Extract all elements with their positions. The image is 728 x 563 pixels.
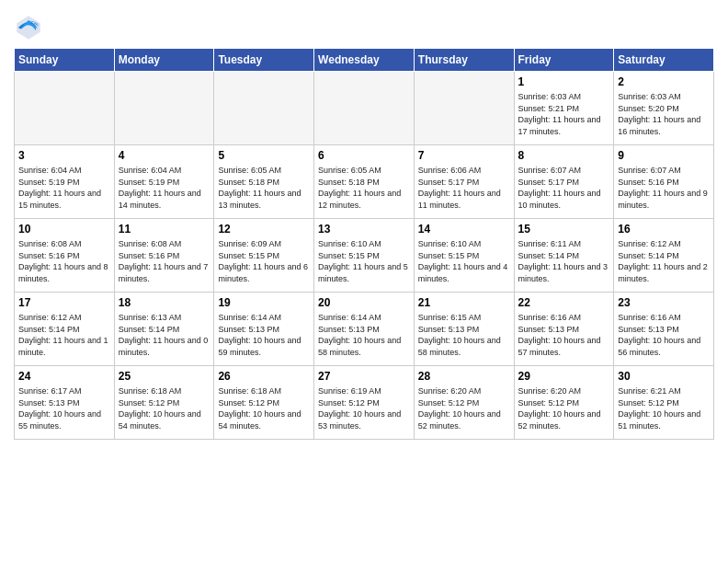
day-info: Sunrise: 6:15 AMSunset: 5:13 PMDaylight:… [418,312,510,358]
day-number: 10 [18,222,110,236]
calendar-cell: 6Sunrise: 6:05 AMSunset: 5:18 PMDaylight… [314,145,415,219]
day-info: Sunrise: 6:08 AMSunset: 5:16 PMDaylight:… [18,238,110,284]
weekday-thursday: Thursday [414,49,514,72]
day-info: Sunrise: 6:10 AMSunset: 5:15 PMDaylight:… [318,238,410,284]
day-info: Sunrise: 6:08 AMSunset: 5:16 PMDaylight:… [119,238,210,284]
day-number: 28 [418,369,510,384]
day-info: Sunrise: 6:04 AMSunset: 5:19 PMDaylight:… [119,165,210,211]
logo [14,13,47,42]
day-number: 26 [218,369,310,384]
day-info: Sunrise: 6:11 AMSunset: 5:14 PMDaylight:… [518,238,610,284]
day-info: Sunrise: 6:20 AMSunset: 5:12 PMDaylight:… [418,385,510,431]
day-number: 14 [418,222,510,236]
calendar-cell: 15Sunrise: 6:11 AMSunset: 5:14 PMDayligh… [514,219,614,293]
calendar-cell: 20Sunrise: 6:14 AMSunset: 5:13 PMDayligh… [314,293,415,366]
calendar-cell: 17Sunrise: 6:12 AMSunset: 5:14 PMDayligh… [15,293,115,366]
calendar-cell: 29Sunrise: 6:20 AMSunset: 5:12 PMDayligh… [514,366,614,440]
weekday-sunday: Sunday [15,49,115,72]
day-info: Sunrise: 6:17 AMSunset: 5:13 PMDaylight:… [18,385,110,431]
calendar-cell: 30Sunrise: 6:21 AMSunset: 5:12 PMDayligh… [614,366,714,440]
calendar-cell [214,72,314,145]
day-number: 18 [119,295,210,310]
calendar-cell: 18Sunrise: 6:13 AMSunset: 5:14 PMDayligh… [114,293,214,366]
calendar-cell: 11Sunrise: 6:08 AMSunset: 5:16 PMDayligh… [114,219,214,293]
day-info: Sunrise: 6:09 AMSunset: 5:15 PMDaylight:… [218,238,310,284]
day-info: Sunrise: 6:05 AMSunset: 5:18 PMDaylight:… [218,165,310,211]
day-info: Sunrise: 6:16 AMSunset: 5:13 PMDaylight:… [618,312,710,358]
day-info: Sunrise: 6:16 AMSunset: 5:13 PMDaylight:… [518,312,610,358]
calendar-cell: 28Sunrise: 6:20 AMSunset: 5:12 PMDayligh… [414,366,514,440]
calendar-cell: 26Sunrise: 6:18 AMSunset: 5:12 PMDayligh… [214,366,314,440]
calendar-cell: 16Sunrise: 6:12 AMSunset: 5:14 PMDayligh… [614,219,714,293]
page: SundayMondayTuesdayWednesdayThursdayFrid… [0,0,728,563]
week-row-5: 24Sunrise: 6:17 AMSunset: 5:13 PMDayligh… [15,366,714,440]
day-number: 7 [418,148,510,163]
weekday-wednesday: Wednesday [314,49,415,72]
calendar-cell [414,72,514,145]
day-number: 1 [518,75,610,89]
day-number: 12 [218,222,310,236]
day-number: 20 [318,295,410,310]
week-row-2: 3Sunrise: 6:04 AMSunset: 5:19 PMDaylight… [15,145,714,219]
day-number: 17 [18,295,110,310]
day-info: Sunrise: 6:13 AMSunset: 5:14 PMDaylight:… [119,312,210,358]
day-info: Sunrise: 6:05 AMSunset: 5:18 PMDaylight:… [318,165,410,211]
day-info: Sunrise: 6:04 AMSunset: 5:19 PMDaylight:… [18,165,110,211]
day-number: 2 [618,75,710,89]
day-info: Sunrise: 6:14 AMSunset: 5:13 PMDaylight:… [318,312,410,358]
calendar-cell: 22Sunrise: 6:16 AMSunset: 5:13 PMDayligh… [514,293,614,366]
day-info: Sunrise: 6:06 AMSunset: 5:17 PMDaylight:… [418,165,510,211]
weekday-friday: Friday [514,49,614,72]
day-number: 27 [318,369,410,384]
calendar-cell: 19Sunrise: 6:14 AMSunset: 5:13 PMDayligh… [214,293,314,366]
day-number: 15 [518,222,610,236]
day-number: 13 [318,222,410,236]
day-info: Sunrise: 6:20 AMSunset: 5:12 PMDaylight:… [518,385,610,431]
day-number: 9 [618,148,710,163]
day-info: Sunrise: 6:07 AMSunset: 5:17 PMDaylight:… [518,165,610,211]
calendar-cell: 12Sunrise: 6:09 AMSunset: 5:15 PMDayligh… [214,219,314,293]
calendar-cell: 4Sunrise: 6:04 AMSunset: 5:19 PMDaylight… [114,145,214,219]
week-row-4: 17Sunrise: 6:12 AMSunset: 5:14 PMDayligh… [15,293,714,366]
day-number: 24 [18,369,110,384]
day-number: 21 [418,295,510,310]
calendar-body: 1Sunrise: 6:03 AMSunset: 5:21 PMDaylight… [15,72,714,440]
day-number: 3 [18,148,110,163]
day-info: Sunrise: 6:12 AMSunset: 5:14 PMDaylight:… [18,312,110,358]
calendar-table: SundayMondayTuesdayWednesdayThursdayFrid… [14,48,714,440]
calendar-cell: 2Sunrise: 6:03 AMSunset: 5:20 PMDaylight… [614,72,714,145]
day-info: Sunrise: 6:21 AMSunset: 5:12 PMDaylight:… [618,385,710,431]
day-number: 23 [618,295,710,310]
day-number: 8 [518,148,610,163]
day-number: 19 [218,295,310,310]
day-number: 25 [119,369,210,384]
day-info: Sunrise: 6:14 AMSunset: 5:13 PMDaylight:… [218,312,310,358]
calendar-cell: 10Sunrise: 6:08 AMSunset: 5:16 PMDayligh… [15,219,115,293]
weekday-saturday: Saturday [614,49,714,72]
calendar-cell: 9Sunrise: 6:07 AMSunset: 5:16 PMDaylight… [614,145,714,219]
day-info: Sunrise: 6:18 AMSunset: 5:12 PMDaylight:… [218,385,310,431]
calendar-cell: 14Sunrise: 6:10 AMSunset: 5:15 PMDayligh… [414,219,514,293]
calendar-cell: 7Sunrise: 6:06 AMSunset: 5:17 PMDaylight… [414,145,514,219]
day-info: Sunrise: 6:07 AMSunset: 5:16 PMDaylight:… [618,165,710,211]
weekday-tuesday: Tuesday [214,49,314,72]
calendar-cell: 13Sunrise: 6:10 AMSunset: 5:15 PMDayligh… [314,219,415,293]
week-row-1: 1Sunrise: 6:03 AMSunset: 5:21 PMDaylight… [15,72,714,145]
calendar-cell: 1Sunrise: 6:03 AMSunset: 5:21 PMDaylight… [514,72,614,145]
day-number: 5 [218,148,310,163]
weekday-monday: Monday [114,49,214,72]
day-number: 11 [119,222,210,236]
day-number: 16 [618,222,710,236]
calendar-cell [15,72,115,145]
weekday-header-row: SundayMondayTuesdayWednesdayThursdayFrid… [15,49,714,72]
calendar-cell [114,72,214,145]
header [14,9,714,42]
day-info: Sunrise: 6:12 AMSunset: 5:14 PMDaylight:… [618,238,710,284]
week-row-3: 10Sunrise: 6:08 AMSunset: 5:16 PMDayligh… [15,219,714,293]
day-number: 6 [318,148,410,163]
day-number: 22 [518,295,610,310]
calendar-cell: 3Sunrise: 6:04 AMSunset: 5:19 PMDaylight… [15,145,115,219]
calendar-cell [314,72,415,145]
day-info: Sunrise: 6:19 AMSunset: 5:12 PMDaylight:… [318,385,410,431]
calendar-cell: 21Sunrise: 6:15 AMSunset: 5:13 PMDayligh… [414,293,514,366]
